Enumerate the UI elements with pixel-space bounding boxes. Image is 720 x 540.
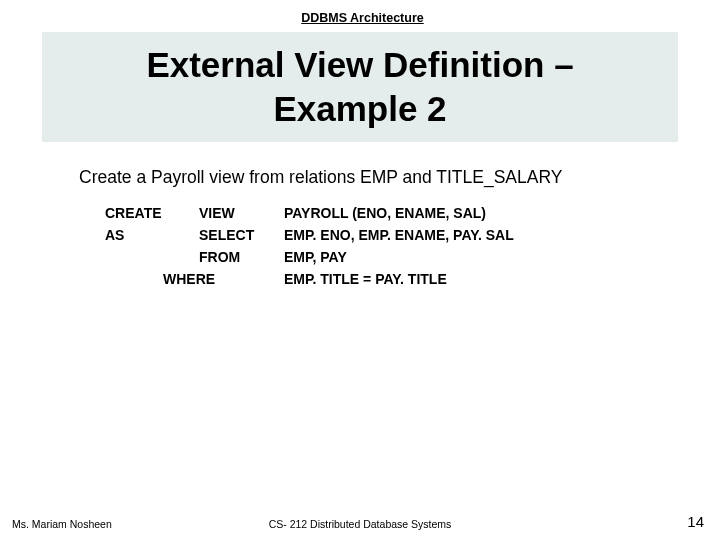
sql-block: CREATE VIEW PAYROLL (ENO, ENAME, SAL) AS… [105, 205, 514, 293]
sql-arg-from: EMP, PAY [284, 249, 347, 265]
title-band: External View Definition – Example 2 [42, 32, 678, 142]
sql-row: AS SELECT EMP. ENO, EMP. ENAME, PAY. SAL [105, 227, 514, 243]
sql-keyword-select: SELECT [199, 227, 284, 243]
instruction-text: Create a Payroll view from relations EMP… [79, 167, 562, 188]
sql-row-where: WHERE EMP. TITLE = PAY. TITLE [105, 271, 514, 287]
header-label: DDBMS Architecture [301, 11, 423, 25]
sql-blank [105, 249, 199, 265]
sql-row: FROM EMP, PAY [105, 249, 514, 265]
sql-keyword-as: AS [105, 227, 199, 243]
sql-row: CREATE VIEW PAYROLL (ENO, ENAME, SAL) [105, 205, 514, 221]
sql-arg-where: EMP. TITLE = PAY. TITLE [284, 271, 447, 287]
sql-arg-select: EMP. ENO, EMP. ENAME, PAY. SAL [284, 227, 514, 243]
title-line-1: External View Definition – [42, 43, 678, 87]
sql-arg-viewname: PAYROLL (ENO, ENAME, SAL) [284, 205, 486, 221]
sql-keyword-view: VIEW [199, 205, 284, 221]
title-line-2: Example 2 [42, 87, 678, 131]
sql-keyword-where: WHERE [105, 271, 284, 287]
header-section: DDBMS Architecture [235, 8, 490, 26]
sql-keyword-create: CREATE [105, 205, 199, 221]
footer-page-number: 14 [687, 513, 704, 530]
sql-keyword-from: FROM [199, 249, 284, 265]
footer-course: CS- 212 Distributed Database Systems [0, 518, 720, 530]
footer: Ms. Mariam Nosheen CS- 212 Distributed D… [0, 512, 720, 530]
